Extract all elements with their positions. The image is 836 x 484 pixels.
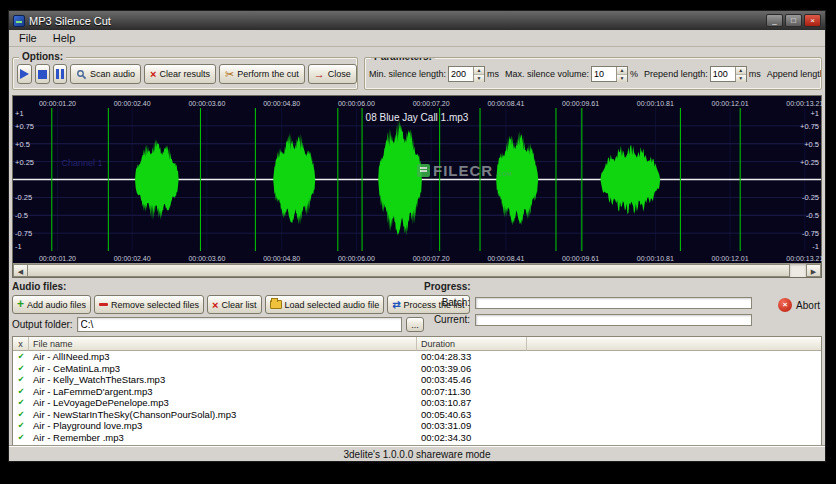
spin-down-icon[interactable]: ▼	[474, 75, 484, 82]
table-row[interactable]: ✔Air - Kelly_WatchTheStars.mp300:03:45.4…	[13, 374, 821, 386]
spin-down-icon[interactable]: ▼	[617, 75, 627, 82]
prepend-length-label: Prepend length:	[644, 69, 708, 79]
check-icon: ✔	[13, 433, 29, 442]
table-row[interactable]: ✔Air - SexyBoy.mp300:04:58.50	[13, 443, 821, 445]
time-label: 00:00:06.00	[338, 100, 375, 107]
table-row[interactable]: ✔Air - NewStarInTheSky(ChansonPourSolal)…	[13, 409, 821, 421]
table-row[interactable]: ✔Air - Remember .mp300:02:34.30	[13, 432, 821, 444]
file-table: x File name Duration ✔Air - AllINeed.mp3…	[12, 336, 822, 446]
time-label: 00:00:02.40	[114, 255, 151, 262]
min-silence-length-field: Min. silence length: ▲▼ ms	[369, 66, 499, 82]
table-row[interactable]: ✔Air - AllINeed.mp300:04:28.33	[13, 351, 821, 363]
scroll-left-icon[interactable]: ◀	[13, 264, 28, 277]
exit-icon: →	[314, 69, 325, 79]
table-row[interactable]: ✔Air - LaFemmeD'argent.mp300:07:11.30	[13, 386, 821, 398]
progress-label: Progress:	[424, 281, 752, 294]
pause-button[interactable]	[53, 64, 67, 84]
clear-list-label: Clear list	[222, 300, 257, 310]
batch-label: Batch:	[424, 297, 470, 308]
browse-folder-button[interactable]: ...	[406, 317, 424, 332]
window-controls: _ □ ×	[766, 14, 821, 27]
clear-results-button[interactable]: × Clear results	[144, 64, 216, 84]
table-row[interactable]: ✔Air - LeVoyageDePenelope.mp300:03:10.87	[13, 397, 821, 409]
close-label: Close	[328, 69, 351, 79]
time-label: 00:00:13.21	[786, 255, 823, 262]
prepend-length-unit: ms	[749, 69, 761, 79]
menu-file[interactable]: File	[11, 31, 45, 45]
titlebar[interactable]: MP3 Silence Cut _ □ ×	[9, 11, 825, 30]
play-button[interactable]	[17, 64, 32, 84]
batch-progress-row: Batch:	[424, 294, 752, 311]
check-icon: ✔	[13, 352, 29, 361]
waveform-scrollbar[interactable]: ◀ ▶	[13, 263, 821, 277]
header-file-name[interactable]: File name	[29, 337, 417, 351]
remove-selected-files-button[interactable]: Remove selected files	[94, 295, 204, 314]
output-folder-input[interactable]	[77, 317, 402, 332]
scrollbar-thumb[interactable]	[28, 264, 790, 277]
plus-icon: +	[17, 300, 24, 309]
duration-cell: 00:03:45.46	[417, 374, 527, 385]
close-window-button[interactable]: ×	[804, 14, 821, 27]
file-name-cell: Air - LaFemmeD'argent.mp3	[29, 386, 417, 397]
time-label: 00:00:10.81	[637, 255, 674, 262]
abort-button[interactable]: × Abort	[778, 298, 820, 312]
duration-cell: 00:04:28.33	[417, 351, 527, 362]
time-label: 00:00:01.20	[39, 255, 76, 262]
min-silence-length-input[interactable]	[449, 67, 473, 81]
duration-cell: 00:04:58.50	[417, 443, 527, 445]
spin-down-icon[interactable]: ▼	[736, 75, 746, 82]
max-silence-volume-unit: %	[630, 69, 638, 79]
channel-label: Channel 1	[61, 158, 102, 168]
check-icon: ✔	[13, 364, 29, 373]
waveform-blob	[273, 132, 315, 225]
file-name-cell: Air - NewStarInTheSky(ChansonPourSolal).…	[29, 409, 417, 420]
check-icon: ✔	[13, 444, 29, 445]
minimize-button[interactable]: _	[766, 14, 783, 27]
current-progress-row: Current:	[424, 311, 752, 328]
close-button[interactable]: → Close	[308, 64, 357, 84]
watermark-suffix: .COM	[496, 171, 512, 177]
time-label: 00:00:07.20	[413, 255, 450, 262]
stop-icon	[38, 70, 47, 79]
table-row[interactable]: ✔Air - Playground love.mp300:03:31.09	[13, 420, 821, 432]
file-name-cell: Air - LeVoyageDePenelope.mp3	[29, 397, 417, 408]
time-label: 00:00:04.80	[263, 100, 300, 107]
add-audio-files-button[interactable]: + Add audio files	[12, 295, 91, 314]
max-silence-volume-input[interactable]	[592, 67, 616, 81]
watermark-text: FILECR	[433, 164, 493, 177]
remove-selected-files-label: Remove selected files	[111, 300, 199, 310]
append-length-label: Append length:	[767, 69, 822, 79]
time-label: 00:00:08.41	[487, 255, 524, 262]
prepend-length-spinner: ▲▼	[710, 66, 747, 82]
statusbar: 3delite's 1.0.0.0 shareware mode	[9, 446, 825, 461]
app-window: MP3 Silence Cut _ □ × File Help Options:…	[8, 10, 826, 462]
spin-up-icon[interactable]: ▲	[617, 67, 627, 75]
prepend-length-input[interactable]	[711, 67, 735, 81]
scroll-right-icon[interactable]: ▶	[806, 264, 821, 277]
spin-up-icon[interactable]: ▲	[736, 67, 746, 75]
time-label: 00:00:01.20	[39, 100, 76, 107]
stop-button[interactable]	[35, 64, 50, 84]
scan-audio-button[interactable]: Scan audio	[70, 64, 141, 84]
scan-audio-label: Scan audio	[90, 69, 135, 79]
red-x-icon: ×	[212, 300, 218, 310]
waveform-blob	[135, 139, 179, 221]
menu-help[interactable]: Help	[45, 31, 84, 45]
file-buttons-row: + Add audio files Remove selected files …	[12, 294, 424, 315]
parameters-group: Parameters: Min. silence length: ▲▼ ms M…	[364, 57, 822, 90]
minus-icon	[99, 303, 108, 306]
waveform-display[interactable]: +1+0.75+0.5+0.25-0.25-0.5-0.75-1 +1+0.75…	[13, 108, 821, 251]
header-check-column[interactable]: x	[13, 337, 29, 351]
table-row[interactable]: ✔Air - CeMatinLa.mp300:03:39.06	[13, 363, 821, 375]
clear-list-button[interactable]: × Clear list	[207, 295, 261, 314]
load-selected-audio-file-button[interactable]: Load selected audio file	[265, 295, 385, 314]
perform-cut-button[interactable]: ✂ Perform the cut	[219, 64, 305, 84]
maximize-button[interactable]: □	[785, 14, 802, 27]
table-body: ✔Air - AllINeed.mp300:04:28.33✔Air - CeM…	[13, 351, 821, 445]
audio-files-column: Audio files: + Add audio files Remove se…	[12, 281, 424, 334]
duration-cell: 00:03:39.06	[417, 363, 527, 374]
watermark: FILECR .COM	[417, 164, 512, 177]
scrollbar-track[interactable]	[790, 264, 806, 277]
spin-up-icon[interactable]: ▲	[474, 67, 484, 75]
header-duration[interactable]: Duration	[417, 337, 527, 351]
